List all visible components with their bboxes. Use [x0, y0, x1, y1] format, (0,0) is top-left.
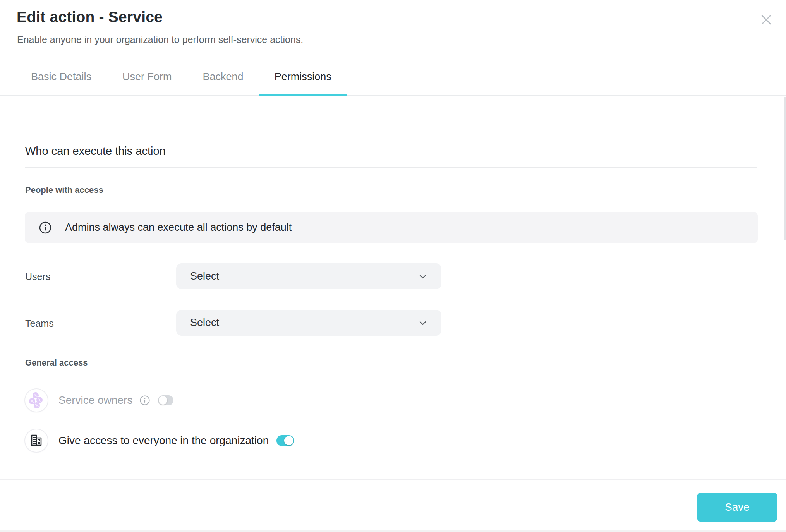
modal-bottom-edge — [0, 530, 786, 532]
teams-select[interactable]: Select — [176, 310, 441, 336]
tabbar: Basic Details User Form Backend Permissi… — [15, 58, 347, 96]
edit-action-modal: Edit action - Service Enable anyone in y… — [0, 0, 786, 532]
info-circle-icon[interactable] — [139, 395, 150, 406]
modal-subtitle: Enable anyone in your organization to pe… — [17, 34, 303, 45]
section-divider — [25, 167, 757, 168]
modal-title: Edit action - Service — [17, 9, 163, 26]
info-circle-icon — [39, 221, 52, 234]
everyone-access-row: Give access to everyone in the organizat… — [24, 429, 294, 453]
organization-icon — [29, 433, 44, 448]
teams-label: Teams — [25, 318, 54, 329]
service-owners-label: Service owners — [58, 394, 132, 407]
people-with-access-label: People with access — [25, 185, 103, 195]
close-icon — [759, 12, 774, 27]
everyone-access-label: Give access to everyone in the organizat… — [58, 434, 269, 447]
service-owners-row: Service owners — [24, 388, 173, 412]
save-button[interactable]: Save — [697, 493, 777, 522]
scrollbar-thumb[interactable] — [784, 97, 786, 240]
everyone-access-toggle[interactable] — [276, 435, 294, 446]
section-title: Who can execute this action — [25, 145, 166, 158]
tab-user-form[interactable]: User Form — [107, 58, 187, 96]
toggle-knob — [284, 436, 293, 445]
tab-basic-details[interactable]: Basic Details — [15, 58, 107, 96]
tab-backend[interactable]: Backend — [187, 58, 259, 96]
users-select-value: Select — [190, 270, 219, 282]
organization-avatar — [24, 429, 48, 453]
close-button[interactable] — [757, 11, 775, 29]
info-banner-text: Admins always can execute all actions by… — [65, 221, 292, 233]
toggle-knob — [159, 396, 167, 405]
service-owners-toggle[interactable] — [158, 395, 173, 405]
footer-divider — [0, 479, 786, 480]
admins-info-banner: Admins always can execute all actions by… — [25, 212, 758, 243]
chevron-down-icon — [417, 271, 428, 282]
chevron-down-icon — [417, 317, 428, 328]
users-select[interactable]: Select — [176, 263, 441, 289]
general-access-label: General access — [25, 358, 88, 368]
tab-permissions[interactable]: Permissions — [259, 58, 347, 96]
users-label: Users — [25, 271, 50, 282]
teams-select-value: Select — [190, 317, 219, 329]
cluster-icon — [27, 391, 45, 410]
service-owners-avatar — [24, 388, 48, 412]
